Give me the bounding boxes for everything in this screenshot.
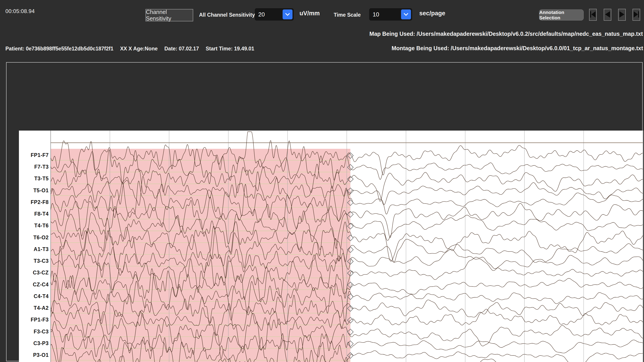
first-annotation-button[interactable] — [589, 9, 597, 21]
channel-label-C4-T4[interactable]: C4-T4 — [19, 293, 49, 300]
sensitivity-unit-label: uV/mm — [300, 10, 320, 17]
annotation-selection-button[interactable]: Annotation Selection — [539, 10, 584, 20]
patient-id: Patient: 0e736b898ff5e55fe12db5d0c187f2f… — [6, 46, 113, 52]
eeg-chart-panel[interactable]: FP1-F7F7-T3T3-T5T5-O1FP2-F8F8-T4T4-T6T6-… — [19, 130, 643, 362]
all-channel-sensitivity-select[interactable]: 20 — [255, 8, 294, 20]
skip-to-first-icon — [590, 11, 596, 19]
montage-file-path: Montage Being Used: /Users/makedapaderew… — [392, 45, 643, 52]
channel-label-F7-T3[interactable]: F7-T3 — [19, 164, 49, 170]
channel-label-F8-T4[interactable]: F8-T4 — [19, 211, 49, 217]
eeg-viewer-window: 00:05:08.94 Channel Sensitivity All Chan… — [0, 0, 644, 362]
map-file-path: Map Being Used: /Users/makedapaderewski/… — [370, 30, 643, 37]
step-forward-icon — [619, 11, 625, 19]
time-scale-unit-label: sec/page — [419, 10, 446, 17]
channel-label-T5-O1[interactable]: T5-O1 — [19, 188, 49, 194]
channel-label-T4-A2[interactable]: T4-A2 — [19, 305, 49, 311]
channel-label-F3-C3[interactable]: F3-C3 — [19, 329, 49, 335]
current-time-display: 00:05:08.94 — [6, 8, 35, 14]
channel-sensitivity-button[interactable]: Channel Sensitivity — [146, 9, 193, 22]
channel-label-FP2-F8[interactable]: FP2-F8 — [19, 199, 49, 205]
patient-demographics: XX X Age:None — [120, 46, 158, 52]
skip-to-last-icon — [634, 11, 639, 19]
recording-start-time: Start Time: 19.49.01 — [206, 46, 254, 52]
previous-annotation-button[interactable] — [604, 9, 611, 21]
time-scale-label: Time Scale — [334, 12, 361, 18]
channel-label-FP1-F3[interactable]: FP1-F3 — [19, 317, 49, 323]
eeg-chart-frame: FP1-F7F7-T3T3-T5T5-O1FP2-F8F8-T4T4-T6T6-… — [6, 62, 643, 361]
channel-label-P3-O1[interactable]: P3-O1 — [19, 352, 49, 358]
channel-label-T3-T5[interactable]: T3-T5 — [19, 176, 49, 182]
channel-label-T6-O2[interactable]: T6-O2 — [19, 234, 49, 241]
chevron-down-icon[interactable] — [282, 10, 292, 19]
channel-label-C3-CZ[interactable]: C3-CZ — [19, 270, 49, 276]
next-annotation-button[interactable] — [618, 9, 626, 21]
channel-label-FP1-F7[interactable]: FP1-F7 — [19, 152, 49, 158]
eeg-traces-canvas — [19, 130, 643, 362]
channel-label-A1-T3[interactable]: A1-T3 — [19, 246, 49, 252]
channel-label-T4-T6[interactable]: T4-T6 — [19, 223, 49, 229]
channel-label-C3-P3[interactable]: C3-P3 — [19, 340, 49, 346]
time-scale-select[interactable]: 10 — [369, 8, 412, 20]
channel-label-T3-C3[interactable]: T3-C3 — [19, 258, 49, 264]
step-backward-icon — [604, 11, 610, 19]
recording-date: Date: 07.02.17 — [164, 46, 199, 52]
channel-label-CZ-C4[interactable]: CZ-C4 — [19, 282, 49, 288]
patient-info-row: Patient: 0e736b898ff5e55fe12db5d0c187f2f… — [6, 46, 254, 52]
all-channel-sensitivity-label: All Channel Sensitivity — [199, 12, 255, 18]
last-annotation-button[interactable] — [632, 9, 640, 21]
annotation-region-highlight[interactable] — [51, 149, 350, 362]
chevron-down-icon[interactable] — [401, 10, 411, 19]
